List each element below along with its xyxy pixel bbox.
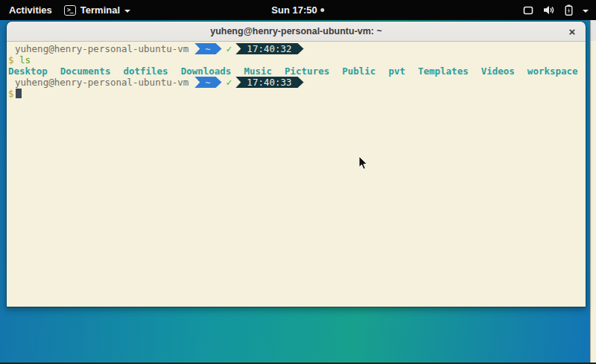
prompt-dollar: $ bbox=[8, 54, 14, 66]
notification-dot-icon bbox=[321, 8, 325, 12]
text-cursor-block bbox=[16, 89, 22, 98]
clock-button[interactable]: Sun 17:50 bbox=[271, 4, 324, 16]
command-line: $ ls bbox=[8, 54, 586, 66]
terminal-app-icon: >_ bbox=[64, 5, 76, 16]
close-button[interactable]: × bbox=[565, 24, 580, 39]
directory-name: Desktop bbox=[8, 66, 48, 77]
app-menu-label: Terminal bbox=[80, 4, 120, 16]
prompt-time-segment: 17:40:32 bbox=[235, 43, 303, 54]
prompt-user: yuheng@henry-personal-ubuntu-vm bbox=[15, 77, 188, 88]
system-status-area[interactable] bbox=[523, 4, 589, 16]
directory-name: Templates bbox=[418, 66, 469, 77]
window-title: yuheng@henry-personal-ubuntu-vm: ~ bbox=[210, 26, 382, 36]
terminal-window: yuheng@henry-personal-ubuntu-vm: ~ × yuh… bbox=[6, 21, 586, 307]
background-window-edge[interactable] bbox=[590, 20, 596, 363]
prompt-user: yuheng@henry-personal-ubuntu-vm bbox=[15, 43, 188, 54]
prompt-time-segment: 17:40:33 bbox=[235, 77, 303, 88]
directory-name: Music bbox=[244, 66, 272, 77]
terminal-content[interactable]: yuheng@henry-personal-ubuntu-vm ~ ✓ 17:4… bbox=[7, 42, 586, 307]
volume-icon bbox=[543, 5, 555, 15]
mouse-pointer-icon bbox=[358, 156, 369, 170]
directory-name: Documents bbox=[60, 66, 111, 77]
directory-name: Pictures bbox=[285, 66, 329, 77]
typed-command: ls bbox=[19, 54, 31, 66]
directory-name: pvt bbox=[388, 66, 405, 77]
top-bar: Activities >_ Terminal Sun 17:50 bbox=[0, 0, 596, 20]
activities-button[interactable]: Activities bbox=[9, 4, 52, 16]
directory-name: Public bbox=[342, 66, 375, 77]
chevron-down-icon bbox=[583, 10, 589, 13]
prompt-path-segment: ~ bbox=[194, 77, 221, 88]
battery-charging-icon bbox=[565, 4, 573, 16]
prompt-path-segment: ~ bbox=[194, 43, 221, 54]
directory-name: workspace bbox=[527, 66, 578, 77]
clock-label: Sun 17:50 bbox=[271, 4, 317, 16]
desktop: { "topbar": { "activities": "Activities"… bbox=[0, 0, 596, 364]
ls-output-line: Desktop Documents dotfiles Downloads Mus… bbox=[8, 66, 586, 77]
chevron-down-icon bbox=[124, 10, 130, 13]
directory-name: Videos bbox=[481, 66, 515, 77]
prompt-status-check-icon: ✓ bbox=[226, 77, 232, 88]
directory-name: dotfiles bbox=[123, 66, 168, 77]
prompt-line-1: yuheng@henry-personal-ubuntu-vm ~ ✓ 17:4… bbox=[8, 43, 586, 54]
current-input-line: $ bbox=[8, 88, 586, 99]
window-titlebar[interactable]: yuheng@henry-personal-ubuntu-vm: ~ × bbox=[7, 22, 586, 42]
directory-name: Downloads bbox=[181, 66, 232, 77]
prompt-status-check-icon: ✓ bbox=[226, 43, 232, 54]
prompt-dollar: $ bbox=[8, 88, 14, 99]
display-icon bbox=[523, 6, 533, 15]
app-menu-terminal[interactable]: >_ Terminal bbox=[64, 4, 130, 16]
prompt-line-2: yuheng@henry-personal-ubuntu-vm ~ ✓ 17:4… bbox=[8, 77, 586, 88]
